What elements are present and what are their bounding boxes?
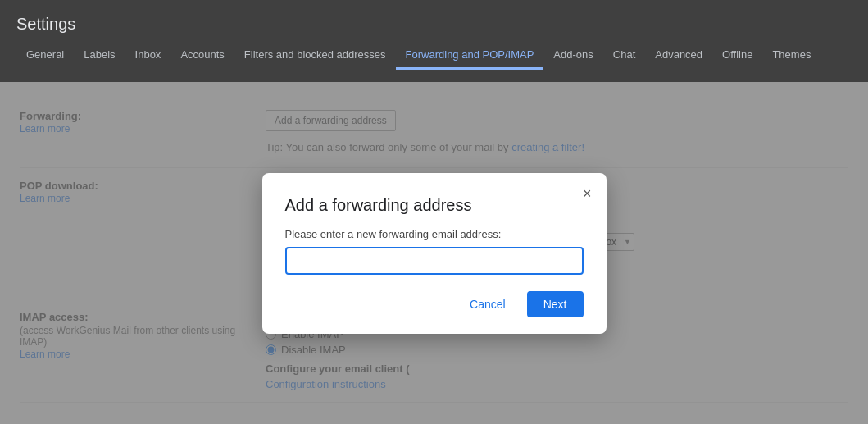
settings-header: Settings General Labels Inbox Accounts F…	[0, 0, 868, 82]
modal-overlay: × Add a forwarding address Please enter …	[0, 82, 868, 424]
forwarding-email-input[interactable]	[285, 247, 584, 275]
page-title: Settings	[16, 11, 852, 34]
tab-offline[interactable]: Offline	[712, 42, 762, 70]
modal-actions: Cancel Next	[285, 291, 584, 317]
tab-chat[interactable]: Chat	[603, 42, 645, 70]
tab-addons[interactable]: Add-ons	[543, 42, 602, 70]
tab-filters[interactable]: Filters and blocked addresses	[234, 42, 396, 70]
modal-input-label: Please enter a new forwarding email addr…	[285, 228, 584, 240]
modal-cancel-button[interactable]: Cancel	[457, 291, 519, 317]
tab-advanced[interactable]: Advanced	[645, 42, 712, 70]
tab-inbox[interactable]: Inbox	[125, 42, 171, 70]
content-wrapper: Forwarding: Learn more Add a forwarding …	[0, 82, 868, 424]
modal-next-button[interactable]: Next	[527, 291, 584, 317]
tab-accounts[interactable]: Accounts	[170, 42, 234, 70]
tab-forwarding[interactable]: Forwarding and POP/IMAP	[396, 42, 544, 70]
add-forwarding-modal: × Add a forwarding address Please enter …	[262, 173, 607, 334]
tab-general[interactable]: General	[16, 42, 74, 70]
tab-labels[interactable]: Labels	[74, 42, 125, 70]
modal-title: Add a forwarding address	[285, 196, 584, 215]
modal-close-button[interactable]: ×	[579, 183, 595, 204]
settings-tabs: General Labels Inbox Accounts Filters an…	[16, 42, 852, 70]
tab-themes[interactable]: Themes	[762, 42, 820, 70]
